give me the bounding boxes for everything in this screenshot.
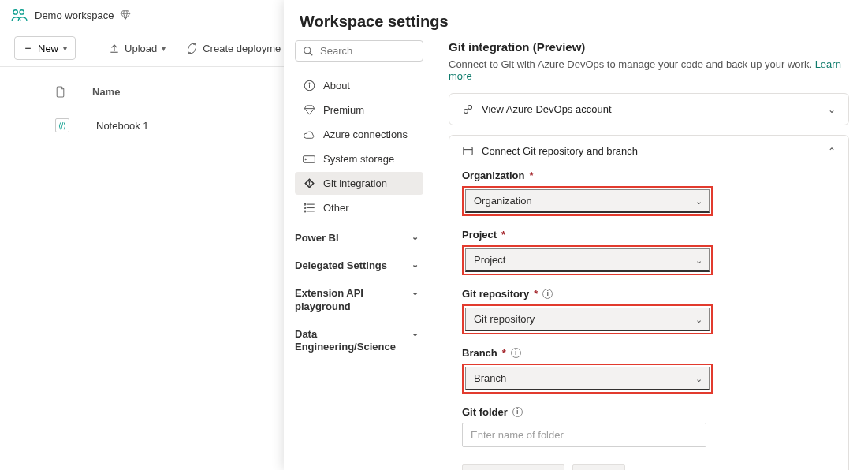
git-repo-highlight: Git repository ⌄ <box>462 304 713 334</box>
chevron-down-icon: ⌄ <box>412 287 419 297</box>
diamond-icon <box>120 9 131 21</box>
sidebar-item-label: About <box>323 80 350 91</box>
branch-highlight: Branch ⌄ <box>462 364 713 394</box>
sidebar-item-git-integration[interactable]: Git integration <box>295 172 423 195</box>
settings-content: Git integration (Preview) Connect to Git… <box>430 40 868 470</box>
workspace-settings-panel: Workspace settings About Premium <box>284 0 868 470</box>
settings-sidebar: About Premium Azure connections System s… <box>284 40 430 470</box>
create-deployment-button[interactable]: Create deployme <box>186 43 281 54</box>
group-delegated-settings[interactable]: Delegated Settings ⌄ <box>295 259 419 273</box>
svg-point-1 <box>20 10 24 14</box>
link-icon <box>462 103 474 115</box>
info-icon[interactable]: i <box>542 289 553 299</box>
deployment-icon <box>186 43 198 54</box>
diamond-icon <box>303 104 315 116</box>
chevron-up-icon: ⌃ <box>828 146 836 157</box>
git-folder-input[interactable] <box>462 423 706 447</box>
chevron-down-icon: ⌄ <box>695 373 702 383</box>
info-icon[interactable]: i <box>511 348 521 358</box>
chevron-down-icon: ⌄ <box>695 255 702 265</box>
svg-point-4 <box>309 83 310 84</box>
git-folder-label: Git folder <box>462 406 508 418</box>
chevron-down-icon: ⌄ <box>828 104 836 115</box>
branch-label: Branch <box>462 347 497 359</box>
group-power-bi[interactable]: Power BI ⌄ <box>295 232 419 245</box>
connect-repo-header[interactable]: Connect Git repository and branch ⌃ <box>462 145 836 157</box>
sidebar-item-about[interactable]: About <box>295 74 423 97</box>
git-repo-label: Git repository <box>462 288 529 300</box>
svg-point-2 <box>304 47 311 53</box>
cancel-button[interactable]: Cancel <box>572 464 624 470</box>
connect-and-sync-button[interactable]: Connect and sync <box>462 464 564 470</box>
sidebar-item-label: System storage <box>323 153 394 165</box>
list-icon <box>303 203 315 213</box>
svg-point-0 <box>13 10 17 14</box>
plus-icon: ＋ <box>23 41 33 55</box>
project-highlight: Project ⌄ <box>462 245 713 275</box>
upload-label: Upload <box>125 43 157 54</box>
project-select[interactable]: Project ⌄ <box>465 248 710 272</box>
svg-point-13 <box>464 110 468 114</box>
svg-rect-15 <box>464 147 472 155</box>
sidebar-item-premium[interactable]: Premium <box>295 99 423 121</box>
svg-point-14 <box>468 106 472 110</box>
svg-point-12 <box>304 211 305 212</box>
search-input-wrap[interactable] <box>295 40 423 62</box>
sidebar-item-azure-connections[interactable]: Azure connections <box>295 123 423 146</box>
git-icon <box>303 177 315 189</box>
chevron-down-icon: ⌄ <box>695 196 702 206</box>
chevron-down-icon: ⌄ <box>412 259 419 270</box>
chevron-down-icon: ▾ <box>162 44 166 53</box>
group-extension-api[interactable]: Extension API playground ⌄ <box>295 287 419 314</box>
upload-button[interactable]: Upload ▾ <box>109 43 166 54</box>
new-button[interactable]: ＋ New ▾ <box>14 36 76 60</box>
section-subtitle: Connect to Git with Azure DevOps to mana… <box>449 58 849 82</box>
panel-title: Workspace settings <box>284 0 868 40</box>
chevron-down-icon: ⌄ <box>695 314 702 324</box>
connect-repo-card: Connect Git repository and branch ⌃ Orga… <box>449 135 849 470</box>
cloud-icon <box>303 129 315 140</box>
workspace-name: Demo workspace <box>35 9 114 21</box>
deploy-label: Create deployme <box>203 43 281 54</box>
chevron-down-icon: ⌄ <box>412 232 419 242</box>
organization-select[interactable]: Organization ⌄ <box>465 189 710 213</box>
branch-select[interactable]: Branch ⌄ <box>465 367 710 390</box>
column-name-header[interactable]: Name <box>92 86 120 98</box>
notebook-icon: ⟨/⟩ <box>55 118 69 132</box>
sidebar-item-label: Other <box>323 202 349 214</box>
upload-icon <box>109 43 120 54</box>
search-icon <box>303 46 314 57</box>
sidebar-item-label: Premium <box>323 104 364 116</box>
svg-point-6 <box>305 159 306 159</box>
sidebar-item-label: Git integration <box>323 177 387 189</box>
git-repo-select[interactable]: Git repository ⌄ <box>465 308 710 331</box>
list-item-name: Notebook 1 <box>96 120 149 132</box>
view-account-label: View Azure DevOps account <box>482 103 612 115</box>
svg-rect-9 <box>309 182 310 185</box>
sidebar-item-system-storage[interactable]: System storage <box>295 147 423 170</box>
organization-highlight: Organization ⌄ <box>462 186 713 216</box>
info-icon <box>303 80 315 91</box>
workspace-icon <box>11 8 28 22</box>
connect-repo-label: Connect Git repository and branch <box>482 145 638 157</box>
chevron-down-icon: ⌄ <box>412 328 419 338</box>
sidebar-item-label: Azure connections <box>323 129 408 140</box>
file-type-icon <box>55 86 65 98</box>
repo-icon <box>462 145 474 157</box>
organization-label: Organization <box>462 170 524 181</box>
project-label: Project <box>462 229 497 241</box>
sidebar-item-other[interactable]: Other <box>295 196 423 219</box>
svg-point-10 <box>304 203 305 205</box>
svg-point-11 <box>304 207 305 209</box>
storage-icon <box>303 155 315 164</box>
group-data-engineering[interactable]: Data Engineering/Science ⌄ <box>295 328 419 355</box>
view-account-card[interactable]: View Azure DevOps account ⌄ <box>449 93 849 125</box>
new-button-label: New <box>38 43 58 54</box>
section-title: Git integration (Preview) <box>449 40 849 54</box>
info-icon[interactable]: i <box>512 407 523 417</box>
chevron-down-icon: ▾ <box>63 44 67 53</box>
